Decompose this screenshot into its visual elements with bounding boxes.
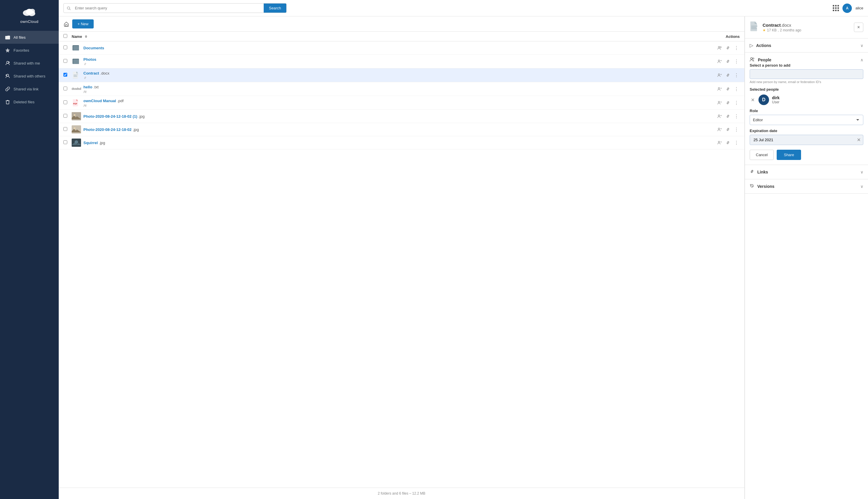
more-actions-button[interactable]: ⋮	[733, 126, 740, 133]
person-info: dirk User	[772, 95, 780, 104]
add-person-hint: Add new person by name, email or federat…	[750, 80, 863, 84]
search-bar: Search	[63, 3, 287, 13]
search-button[interactable]: Search	[264, 3, 286, 13]
sidebar-item-all-files[interactable]: All files	[0, 31, 59, 44]
trash-icon	[5, 99, 11, 105]
expiry-input[interactable]	[752, 135, 857, 145]
sidebar-item-deleted-files[interactable]: Deleted files	[0, 95, 59, 108]
search-input[interactable]	[74, 3, 264, 13]
more-actions-button[interactable]: ⋮	[733, 113, 740, 120]
header-right: A alice	[833, 3, 863, 13]
home-button[interactable]	[63, 21, 69, 27]
table-row[interactable]: Documents ⋮	[59, 41, 744, 54]
selected-people-label: Selected people	[750, 87, 863, 92]
detail-file-info: Contract.docx ★ 17 KB , 2 months ago	[762, 23, 851, 32]
sidebar-label-shared-with-me: Shared with me	[13, 61, 40, 65]
versions-section-label: Versions	[757, 184, 857, 189]
share-button[interactable]: Share	[777, 150, 801, 160]
more-actions-button[interactable]: ⋮	[733, 58, 740, 65]
file-name: hello	[83, 85, 92, 89]
table-row[interactable]: Photo-2020-08-24-12-18-02 .jpg ⋮	[59, 123, 744, 136]
share-people-button[interactable]	[716, 113, 723, 120]
select-all-checkbox[interactable]	[63, 34, 67, 38]
more-actions-button[interactable]: ⋮	[733, 85, 740, 93]
versions-section-row[interactable]: Versions ∨	[745, 179, 868, 194]
user-initial: A	[846, 6, 848, 10]
table-row[interactable]: PDF ownCloud Manual .pdf	[59, 96, 744, 110]
file-name: Documents	[83, 46, 104, 50]
person-avatar: D	[759, 95, 769, 105]
actions-section-label: Actions	[756, 43, 857, 48]
sort-arrows[interactable]	[85, 35, 87, 38]
svg-rect-10	[65, 25, 67, 26]
sidebar-item-shared-via-link[interactable]: Shared via link	[0, 83, 59, 95]
sidebar-item-shared-with-others[interactable]: Shared with others	[0, 70, 59, 83]
action-buttons: Cancel Share	[750, 150, 863, 160]
row-checkbox[interactable]	[63, 127, 67, 131]
person-name: dirk	[772, 95, 780, 100]
people-icon	[750, 57, 755, 63]
file-name: Photos	[83, 57, 96, 62]
person-remove-button[interactable]: ✕	[750, 97, 756, 103]
share-link-button[interactable]	[725, 99, 732, 106]
share-link-button[interactable]	[725, 139, 732, 146]
logo-area: ownCloud	[0, 0, 59, 31]
svg-point-9	[67, 7, 70, 9]
actions-section-row[interactable]: ▷ Actions ∨	[745, 38, 868, 52]
add-person-input[interactable]	[750, 69, 863, 79]
table-row[interactable]: Photos ⋮	[59, 54, 744, 69]
detail-file-icon	[750, 21, 759, 34]
file-name: Photo-2020-08-24-12-18-02 (1)	[83, 114, 137, 119]
share-people-button[interactable]	[716, 72, 723, 79]
share-people-button[interactable]	[716, 58, 723, 65]
links-section-row[interactable]: Links ∨	[745, 165, 868, 179]
svg-text:PDF: PDF	[73, 103, 77, 105]
user-name[interactable]: alice	[855, 6, 863, 10]
row-checkbox[interactable]	[63, 87, 67, 90]
more-actions-button[interactable]: ⋮	[733, 139, 740, 146]
role-label: Role	[750, 109, 863, 113]
share-link-button[interactable]	[725, 72, 732, 79]
share-people-button[interactable]	[716, 85, 723, 93]
share-link-button[interactable]	[725, 126, 732, 133]
share-people-button[interactable]	[716, 139, 723, 146]
people-chevron-icon: ∧	[860, 58, 863, 62]
versions-icon	[750, 183, 755, 189]
share-people-button[interactable]	[716, 126, 723, 133]
cancel-button[interactable]: Cancel	[750, 150, 774, 160]
table-row[interactable]: Squirrel .jpg ⋮	[59, 136, 744, 149]
row-checkbox[interactable]	[63, 46, 67, 49]
user-avatar[interactable]: A	[842, 3, 852, 13]
role-select[interactable]: Viewer Editor	[750, 115, 863, 125]
share-people-button[interactable]	[716, 44, 723, 51]
row-checkbox[interactable]	[63, 73, 67, 77]
share-link-button[interactable]	[725, 113, 732, 120]
row-checkbox[interactable]	[63, 114, 67, 118]
share-in-icon	[5, 60, 11, 66]
new-button[interactable]: + New	[72, 20, 94, 28]
detail-panel: Contract.docx ★ 17 KB , 2 months ago × ▷…	[745, 16, 868, 499]
share-link-button[interactable]	[725, 58, 732, 65]
share-people-button[interactable]	[716, 99, 723, 106]
row-checkbox[interactable]	[63, 140, 67, 144]
table-row[interactable]: dssdsd hello .txt	[59, 82, 744, 96]
share-link-button[interactable]	[725, 44, 732, 51]
detail-file-name: Contract.docx	[762, 23, 851, 28]
people-section-header[interactable]: People ∧	[745, 52, 868, 63]
table-row[interactable]: Photo-2020-08-24-12-18-02 (1) .jpg ⋮	[59, 110, 744, 123]
more-actions-button[interactable]: ⋮	[733, 44, 740, 51]
table-row[interactable]: Contract .docx ⋮	[59, 69, 744, 82]
sidebar-item-favorites[interactable]: Favorites	[0, 44, 59, 57]
expiry-clear-button[interactable]: ✕	[857, 137, 861, 143]
more-actions-button[interactable]: ⋮	[733, 72, 740, 79]
file-ext: .jpg	[99, 141, 105, 145]
detail-close-button[interactable]: ×	[854, 23, 863, 32]
sidebar-item-shared-with-me[interactable]: Shared with me	[0, 57, 59, 70]
svg-point-19	[718, 74, 720, 75]
row-checkbox[interactable]	[63, 100, 67, 104]
apps-grid-icon[interactable]	[833, 5, 839, 11]
file-table-header: Name Actions	[59, 32, 744, 41]
row-checkbox[interactable]	[63, 59, 67, 63]
share-link-button[interactable]	[725, 85, 732, 93]
more-actions-button[interactable]: ⋮	[733, 99, 740, 106]
